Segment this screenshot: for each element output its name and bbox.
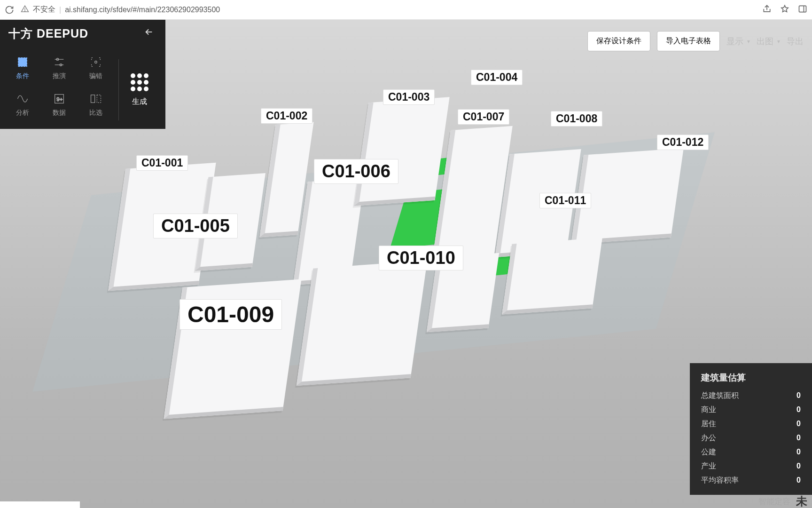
- stat-label: 居住: [701, 417, 716, 431]
- tool-capture[interactable]: 骗错: [79, 51, 113, 85]
- tool-label: 分析: [16, 109, 29, 117]
- stat-row: 商业0: [701, 403, 801, 417]
- stat-value: 0: [796, 417, 801, 431]
- tool-label: 数据: [53, 109, 66, 117]
- block-label[interactable]: C01-009: [180, 299, 282, 330]
- block-label[interactable]: C01-005: [153, 214, 238, 238]
- tool-selection[interactable]: 条件: [6, 51, 39, 85]
- side-panel: 十方 DEEPUD 条件推演骗错分析9+数据比选 生成: [0, 20, 165, 129]
- top-actions: 保存设计条件 导入电子表格 显示 ▾ 出图 ▾ 导出: [587, 31, 804, 51]
- stat-row: 产业0: [701, 459, 801, 473]
- block-label[interactable]: C01-012: [657, 135, 709, 150]
- stat-row: 公建0: [701, 445, 801, 459]
- stat-label: 商业: [701, 403, 716, 417]
- block-label[interactable]: C01-011: [539, 193, 591, 208]
- security-text: 不安全: [33, 5, 55, 15]
- svg-rect-1: [799, 6, 806, 12]
- generate-label: 生成: [132, 97, 147, 107]
- viewport-3d[interactable]: C01-001C01-002C01-003C01-004C01-005C01-0…: [0, 20, 812, 508]
- display-dropdown[interactable]: 显示 ▾: [726, 36, 750, 47]
- tool-wave[interactable]: 分析: [6, 87, 39, 121]
- block-label[interactable]: C01-010: [379, 246, 463, 270]
- stat-value: 0: [796, 389, 801, 403]
- stat-value: 0: [796, 445, 801, 459]
- tool-label: 条件: [16, 72, 29, 80]
- import-button[interactable]: 导入电子表格: [657, 31, 720, 51]
- compare-icon: [89, 92, 103, 106]
- reload-icon[interactable]: [5, 5, 14, 15]
- block-label[interactable]: C01-004: [471, 70, 523, 85]
- svg-rect-4: [20, 60, 24, 64]
- block-label[interactable]: C01-007: [458, 109, 509, 125]
- block-label[interactable]: C01-001: [136, 155, 188, 171]
- stat-value: 0: [796, 403, 801, 417]
- save-button[interactable]: 保存设计条件: [587, 31, 650, 51]
- chevron-down-icon: ▾: [777, 38, 780, 45]
- block-label[interactable]: C01-003: [383, 89, 435, 105]
- tool-label: 骗错: [89, 72, 102, 80]
- tool-label: 推演: [53, 72, 66, 80]
- stats-panel: 建筑量估算 总建筑面积0商业0居住0办公0公建0产业0平均容积率0: [690, 363, 812, 495]
- tool-label: 比选: [89, 109, 102, 117]
- svg-point-9: [95, 61, 97, 64]
- block-label[interactable]: C01-008: [551, 111, 602, 127]
- footer-note: 智能定容 未: [758, 495, 807, 508]
- svg-text:9+: 9+: [56, 96, 62, 102]
- stat-row: 总建筑面积0: [701, 389, 801, 403]
- svg-rect-12: [91, 95, 95, 103]
- chevron-down-icon: ▾: [747, 38, 750, 45]
- tool-sliders[interactable]: 推演: [42, 51, 76, 85]
- stat-value: 0: [796, 459, 801, 473]
- svg-point-0: [24, 10, 25, 11]
- stat-label: 平均容积率: [701, 473, 739, 487]
- browser-bar: 不安全 | ai.shifang.city/sfdev/#/main/22306…: [0, 0, 812, 20]
- capture-icon: [89, 55, 103, 69]
- panel-icon[interactable]: [798, 4, 807, 16]
- star-icon[interactable]: [780, 4, 789, 16]
- wave-icon: [16, 92, 30, 106]
- stat-row: 居住0: [701, 417, 801, 431]
- url-box[interactable]: 不安全 | ai.shifang.city/sfdev/#/main/22306…: [21, 5, 756, 15]
- stat-row: 办公0: [701, 431, 801, 445]
- warn-icon: [21, 5, 29, 15]
- export-dropdown[interactable]: 导出: [787, 36, 804, 47]
- building-mass[interactable]: [502, 238, 602, 315]
- back-button[interactable]: [144, 27, 154, 40]
- grid-icon: [131, 73, 148, 91]
- svg-rect-13: [97, 95, 101, 103]
- tool-data[interactable]: 9+数据: [42, 87, 76, 121]
- stat-label: 办公: [701, 431, 716, 445]
- data-icon: 9+: [52, 92, 66, 106]
- export-img-dropdown[interactable]: 出图 ▾: [757, 36, 780, 47]
- brand: 十方 DEEPUD: [8, 26, 88, 41]
- stat-label: 产业: [701, 459, 716, 473]
- url-text: ai.shifang.city/sfdev/#/main/22306290299…: [65, 6, 220, 14]
- generate-button[interactable]: 生成: [118, 59, 160, 120]
- building-mass[interactable]: [354, 97, 449, 206]
- sliders-icon: [52, 55, 66, 69]
- building-mass[interactable]: [297, 261, 428, 386]
- selection-icon: [16, 55, 30, 69]
- stats-title: 建筑量估算: [701, 372, 801, 384]
- share-icon[interactable]: [762, 4, 772, 16]
- stat-row: 平均容积率0: [701, 473, 801, 487]
- stat-value: 0: [796, 431, 801, 445]
- block-label[interactable]: C01-002: [261, 108, 312, 124]
- stat-label: 总建筑面积: [701, 389, 739, 403]
- block-label[interactable]: C01-006: [314, 159, 398, 184]
- stat-value: 0: [796, 473, 801, 487]
- stat-label: 公建: [701, 445, 716, 459]
- tool-compare[interactable]: 比选: [79, 87, 113, 121]
